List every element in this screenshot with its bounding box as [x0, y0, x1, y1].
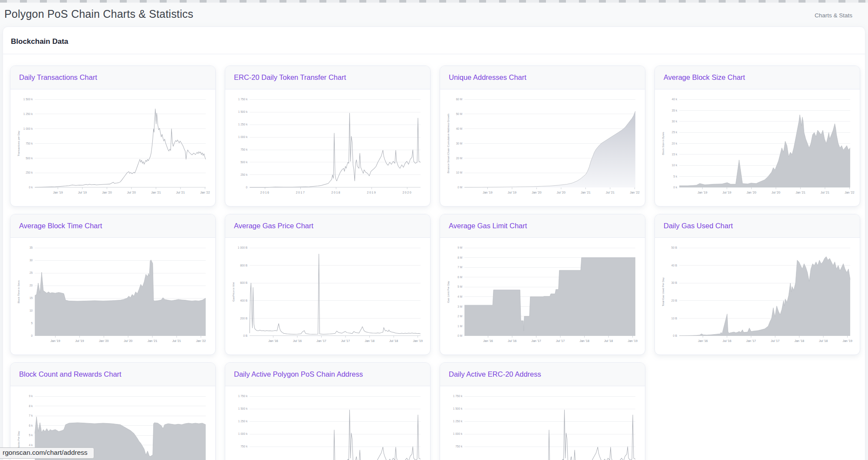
chart-svg: 1 000 B800 B600 B400 B200 B0 BJan '16Jul… — [230, 241, 426, 351]
svg-text:Jul '21: Jul '21 — [176, 191, 185, 194]
chart-card-header: Block Count and Rewards Chart — [10, 363, 215, 386]
svg-text:2018: 2018 — [332, 191, 341, 194]
svg-text:Jan '18: Jan '18 — [794, 339, 804, 342]
svg-text:2016: 2016 — [260, 191, 270, 194]
svg-text:1 500 k: 1 500 k — [238, 407, 248, 410]
svg-text:Jan '19: Jan '19 — [413, 339, 423, 342]
chart-card: Daily Active Polygon PoS Chain Address 1… — [225, 362, 431, 460]
svg-text:Jul '20: Jul '20 — [772, 191, 780, 194]
svg-text:Jan '16: Jan '16 — [268, 339, 278, 342]
svg-text:0 M: 0 M — [457, 186, 462, 189]
svg-text:2019: 2019 — [367, 191, 377, 194]
svg-text:Jul '21: Jul '21 — [821, 191, 829, 194]
svg-text:5 k: 5 k — [673, 175, 677, 178]
svg-text:Jan '21: Jan '21 — [148, 339, 158, 342]
svg-text:1 500 k: 1 500 k — [23, 98, 33, 101]
chart-card-header: Daily Transactions Chart — [10, 66, 215, 89]
chart-title-link[interactable]: Daily Active ERC-20 Address — [449, 370, 541, 378]
svg-text:50 M: 50 M — [456, 112, 463, 115]
chart-card: Daily Transactions Chart 1 500 k1 250 k1… — [10, 66, 216, 207]
svg-text:Jan '19: Jan '19 — [483, 191, 493, 194]
svg-text:Jul '19: Jul '19 — [75, 339, 84, 342]
svg-text:Jan '16: Jan '16 — [698, 339, 708, 342]
svg-text:1 000 k: 1 000 k — [453, 432, 463, 435]
svg-text:250 k: 250 k — [240, 173, 248, 176]
svg-text:35 k: 35 k — [672, 109, 677, 112]
chart-title-link[interactable]: Unique Addresses Chart — [449, 73, 526, 81]
svg-text:15: 15 — [30, 296, 33, 299]
charts-grid: Daily Transactions Chart 1 500 k1 250 k1… — [3, 54, 865, 460]
chart-svg: 9 M8 M7 M6 M5 M4 M3 M2 M1 M0 MJan '16Jul… — [444, 241, 641, 351]
svg-text:Jul '18: Jul '18 — [389, 339, 398, 342]
svg-text:2 M: 2 M — [457, 315, 462, 318]
svg-text:Block Time in Secs: Block Time in Secs — [17, 280, 20, 303]
svg-text:1 000 k: 1 000 k — [238, 135, 248, 138]
chart-card: Average Gas Limit Chart 9 M8 M7 M6 M5 M4… — [440, 214, 645, 355]
svg-text:35: 35 — [30, 246, 33, 249]
chart-card-body: 1 000 B800 B600 B400 B200 B0 BJan '16Jul… — [225, 238, 430, 354]
chart-title-link[interactable]: Average Gas Limit Chart — [449, 222, 527, 230]
svg-text:5: 5 — [31, 322, 33, 325]
svg-text:Jul '20: Jul '20 — [557, 191, 566, 194]
svg-text:Blocks Per Day: Blocks Per Day — [17, 430, 20, 449]
chart-card-header: Unique Addresses Chart — [440, 66, 645, 89]
chart-svg: 1 750 k1 500 k1 250 k1 000 k750 k — [444, 389, 641, 460]
svg-text:5 k: 5 k — [29, 434, 33, 437]
svg-text:Jul '19: Jul '19 — [508, 191, 516, 194]
svg-text:10 B: 10 B — [671, 317, 677, 320]
svg-text:10: 10 — [30, 309, 33, 312]
svg-text:Jan '20: Jan '20 — [746, 191, 756, 194]
svg-text:750 k: 750 k — [455, 445, 463, 448]
chart-title-link[interactable]: Average Gas Price Chart — [234, 222, 313, 230]
chart-title-link[interactable]: Average Block Time Chart — [19, 222, 102, 230]
svg-text:0 k: 0 k — [29, 186, 33, 189]
svg-text:1 250 k: 1 250 k — [453, 420, 463, 423]
svg-text:30 k: 30 k — [672, 120, 677, 123]
svg-text:Jul '21: Jul '21 — [172, 339, 181, 342]
svg-text:Jan '21: Jan '21 — [581, 191, 591, 194]
svg-text:1 750 k: 1 750 k — [238, 98, 248, 101]
svg-text:20: 20 — [30, 284, 33, 287]
svg-text:500 k: 500 k — [26, 157, 33, 160]
svg-text:60 M: 60 M — [456, 98, 463, 101]
svg-text:20 M: 20 M — [456, 157, 463, 160]
chart-svg: 50 B40 B30 B20 B10 B0 BJan '16Jul '16Jan… — [659, 241, 855, 351]
svg-text:6 k: 6 k — [29, 424, 33, 427]
svg-text:750 k: 750 k — [26, 142, 33, 145]
svg-text:Jan '21: Jan '21 — [151, 191, 161, 194]
svg-text:750 k: 750 k — [240, 445, 248, 448]
svg-text:1 500 k: 1 500 k — [453, 407, 463, 410]
svg-text:Jan '21: Jan '21 — [796, 191, 806, 194]
svg-text:Jul '16: Jul '16 — [723, 339, 731, 342]
svg-text:1 750 k: 1 750 k — [238, 394, 248, 398]
chart-title-link[interactable]: Daily Gas Used Chart — [664, 222, 733, 230]
chart-card: Daily Active ERC-20 Address 1 750 k1 500… — [440, 362, 645, 460]
chart-card-body: 1 750 k1 500 k1 250 k1 000 k750 k500 k25… — [225, 89, 430, 205]
svg-text:0: 0 — [31, 334, 33, 337]
svg-text:Gas Limit Per Day: Gas Limit Per Day — [447, 280, 450, 302]
svg-text:20 B: 20 B — [671, 299, 677, 302]
chart-card-body: 1 750 k1 500 k1 250 k1 000 k750 k — [225, 386, 430, 460]
chart-card-body: 1 500 k1 250 k1 000 k750 k500 k250 k0 kJ… — [10, 89, 215, 205]
svg-text:40 k: 40 k — [672, 98, 677, 101]
browser-status-url: rgonscan.com/chart/address — [0, 447, 94, 459]
page-header: Polygon PoS Chain Charts & Statistics Ch… — [0, 3, 868, 26]
chart-title-link[interactable]: Block Count and Rewards Chart — [19, 370, 122, 378]
svg-text:Jul '18: Jul '18 — [604, 339, 613, 342]
chart-title-link[interactable]: Daily Transactions Chart — [19, 73, 97, 81]
svg-text:8 M: 8 M — [457, 256, 462, 259]
svg-text:Jan '22: Jan '22 — [845, 191, 855, 194]
svg-text:40 M: 40 M — [456, 127, 463, 130]
chart-card-body: 1 750 k1 500 k1 250 k1 000 k750 k — [440, 386, 645, 460]
svg-text:9 k: 9 k — [29, 394, 33, 398]
svg-text:30: 30 — [30, 259, 33, 262]
chart-title-link[interactable]: Daily Active Polygon PoS Chain Address — [234, 370, 363, 378]
chart-card: Block Count and Rewards Chart 9 k8 k7 k6… — [10, 362, 216, 460]
svg-text:Jul '19: Jul '19 — [723, 191, 731, 194]
svg-text:2020: 2020 — [402, 191, 412, 194]
chart-title-link[interactable]: ERC-20 Daily Token Transfer Chart — [234, 73, 346, 81]
chart-card: ERC-20 Daily Token Transfer Chart 1 750 … — [225, 66, 431, 207]
svg-text:20 k: 20 k — [672, 142, 677, 145]
chart-title-link[interactable]: Average Block Size Chart — [664, 73, 745, 81]
chart-card-header: Daily Active Polygon PoS Chain Address — [225, 363, 430, 386]
